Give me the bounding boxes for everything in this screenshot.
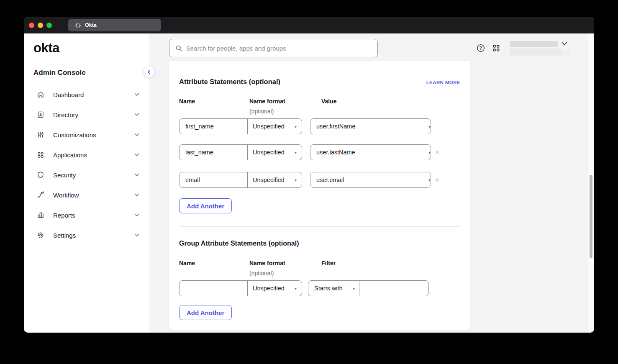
attribute-row: Unspecified ▾ ▾ <box>179 118 460 134</box>
sliders-icon <box>37 131 44 138</box>
scrollbar-track[interactable] <box>588 33 594 333</box>
workflow-icon <box>37 191 44 199</box>
value-dropdown-button[interactable]: ▾ <box>419 119 431 134</box>
close-window-button[interactable] <box>29 23 34 28</box>
group-attribute-statements-title: Group Attribute Statements (optional) <box>179 240 299 247</box>
sidebar-item-customizations[interactable]: Customizations <box>24 125 149 145</box>
apps-icon <box>37 151 44 159</box>
add-another-attribute-button[interactable]: Add Another <box>179 198 232 213</box>
attribute-value-input[interactable] <box>310 119 419 134</box>
global-search[interactable] <box>169 39 378 57</box>
chevron-down-icon <box>134 113 139 116</box>
okta-favicon-icon <box>75 22 81 28</box>
sidebar-nav: Dashboard Directory <box>24 85 149 245</box>
redacted-account-name <box>510 41 558 47</box>
filter-type-select[interactable]: Starts with ▾ <box>308 281 359 296</box>
value-dropdown-button[interactable]: ▾ <box>419 145 431 160</box>
gear-icon <box>37 231 44 239</box>
learn-more-link[interactable]: LEARN MORE <box>426 80 460 85</box>
chevron-down-icon <box>134 153 139 156</box>
section-divider <box>179 226 460 227</box>
chevron-down-icon <box>134 133 139 136</box>
svg-text:?: ? <box>480 46 482 51</box>
column-header-format-note: (optional) <box>249 108 274 115</box>
remove-row-button[interactable]: × <box>433 175 442 185</box>
account-menu-chevron-icon[interactable] <box>562 42 567 46</box>
chevron-down-icon <box>134 213 139 217</box>
column-header-format-note: (optional) <box>249 270 274 277</box>
filter-value-input[interactable] <box>359 281 428 296</box>
dropdown-arrow-icon: ▾ <box>428 178 431 182</box>
main-content: ? Attribute Statements (optional) LEARN … <box>149 33 594 333</box>
saml-settings-card: Attribute Statements (optional) LEARN MO… <box>169 61 470 331</box>
chevron-down-icon <box>134 193 139 197</box>
sidebar-item-label: Customizations <box>53 131 96 138</box>
name-format-select[interactable]: Unspecified ▾ <box>248 281 302 296</box>
name-format-select[interactable]: Unspecified ▾ <box>248 119 302 134</box>
attribute-value-input[interactable] <box>310 145 419 160</box>
column-header-value: Value <box>321 98 337 105</box>
sidebar-item-settings[interactable]: Settings <box>24 225 149 245</box>
attribute-name-input[interactable] <box>180 119 248 134</box>
attribute-row: Unspecified ▾ ▾ × <box>179 144 460 160</box>
chevron-down-icon <box>134 233 139 237</box>
sidebar-item-label: Workflow <box>53 192 79 199</box>
shield-icon <box>37 171 44 179</box>
sidebar-item-directory[interactable]: Directory <box>24 105 149 125</box>
sidebar-item-label: Settings <box>53 232 76 239</box>
dropdown-arrow-icon: ▾ <box>428 150 431 155</box>
sidebar-item-workflow[interactable]: Workflow <box>24 185 149 205</box>
sidebar-item-label: Reports <box>53 212 75 219</box>
attribute-name-input[interactable] <box>180 145 248 160</box>
tab-title: Okta <box>85 22 97 28</box>
attribute-row: Unspecified ▾ ▾ × <box>179 172 460 188</box>
dropdown-arrow-icon: ▾ <box>295 150 297 155</box>
value-dropdown-button[interactable]: ▾ <box>419 172 431 187</box>
search-input[interactable] <box>186 39 377 57</box>
sidebar-item-reports[interactable]: Reports <box>24 205 149 225</box>
home-icon <box>37 91 44 98</box>
attribute-statements-title: Attribute Statements (optional) <box>179 78 280 86</box>
sidebar-item-label: Dashboard <box>53 91 84 98</box>
admin-console-title: Admin Console <box>33 69 86 77</box>
attribute-value-input[interactable] <box>310 172 419 187</box>
name-format-select[interactable]: Unspecified ▾ <box>248 172 302 187</box>
add-another-group-attribute-button[interactable]: Add Another <box>179 305 232 320</box>
dropdown-arrow-icon: ▾ <box>428 124 431 129</box>
column-header-name-format: Name format <box>249 98 285 105</box>
sidebar-item-label: Security <box>53 172 76 179</box>
app-window: Okta okta Admin Console Dashboard <box>24 17 594 333</box>
redacted-account-detail <box>510 49 561 56</box>
zoom-window-button[interactable] <box>46 23 52 28</box>
search-icon <box>175 45 182 52</box>
scrollbar-thumb[interactable] <box>590 175 592 258</box>
minimize-window-button[interactable] <box>38 23 43 28</box>
sidebar-collapse-button[interactable] <box>144 67 154 77</box>
dropdown-arrow-icon: ▾ <box>295 286 297 291</box>
reports-icon <box>37 211 44 219</box>
browser-tab-okta[interactable]: Okta <box>68 19 161 31</box>
apps-grid-icon[interactable] <box>492 44 500 52</box>
sidebar-item-applications[interactable]: Applications <box>24 145 149 165</box>
sidebar-item-dashboard[interactable]: Dashboard <box>24 85 149 105</box>
chevron-down-icon <box>134 93 139 96</box>
dropdown-arrow-icon: ▾ <box>353 286 355 291</box>
section-divider <box>179 65 460 65</box>
column-header-name: Name <box>179 260 195 267</box>
column-header-name-format: Name format <box>249 260 285 267</box>
column-header-name: Name <box>179 98 195 105</box>
sidebar-item-label: Applications <box>53 151 87 159</box>
chevron-down-icon <box>134 173 139 177</box>
column-header-filter: Filter <box>321 260 336 267</box>
remove-row-button[interactable]: × <box>433 147 442 157</box>
group-attribute-name-input[interactable] <box>180 281 248 296</box>
help-icon[interactable]: ? <box>477 44 485 52</box>
okta-logo: okta <box>33 41 59 56</box>
dropdown-arrow-icon: ▾ <box>295 124 297 129</box>
sidebar-item-security[interactable]: Security <box>24 165 149 185</box>
attribute-name-input[interactable] <box>180 172 248 187</box>
dropdown-arrow-icon: ▾ <box>295 178 297 182</box>
sidebar-item-label: Directory <box>53 111 78 118</box>
name-format-select[interactable]: Unspecified ▾ <box>248 145 302 160</box>
browser-titlebar: Okta <box>24 17 594 33</box>
